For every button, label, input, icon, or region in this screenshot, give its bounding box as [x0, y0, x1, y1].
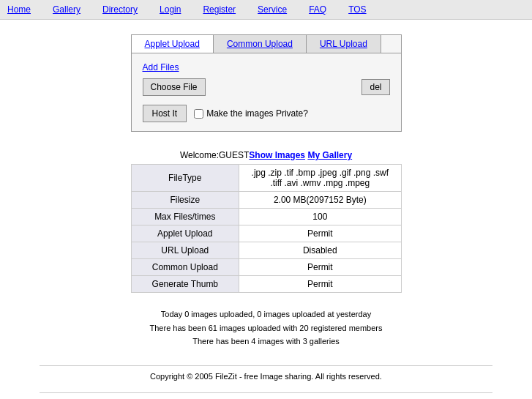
- info-table-label: Filesize: [131, 192, 239, 209]
- upload-panel: Applet Upload Common Upload URL Upload A…: [131, 34, 402, 132]
- info-table-row: Max Files/times100: [131, 209, 401, 225]
- upload-tabs: Applet Upload Common Upload URL Upload: [132, 35, 401, 53]
- tab-common-upload[interactable]: Common Upload: [214, 35, 307, 53]
- stat-line-2: There has been 61 images uploaded with 2…: [150, 321, 383, 335]
- file-input-row: Choose File del: [143, 78, 390, 96]
- nav-home[interactable]: Home: [7, 4, 31, 15]
- nav-gallery[interactable]: Gallery: [53, 4, 80, 15]
- info-table-value: Permit: [239, 259, 401, 276]
- my-gallery-link[interactable]: My Gallery: [307, 150, 352, 160]
- info-table: FileType.jpg .zip .tif .bmp .jpeg .gif .…: [131, 164, 402, 293]
- private-label[interactable]: Make the images Private?: [194, 108, 308, 119]
- info-table-row: Applet UploadPermit: [131, 225, 401, 242]
- add-files-link[interactable]: Add Files: [143, 62, 390, 72]
- info-table-value: 2.00 MB(2097152 Byte): [239, 192, 401, 209]
- footer-divider-2: [40, 392, 492, 393]
- upload-body: Add Files Choose File del Host It Make t…: [132, 53, 401, 131]
- info-table-label: Common Upload: [131, 259, 239, 276]
- nav-register[interactable]: Register: [203, 4, 236, 15]
- delete-button[interactable]: del: [361, 79, 389, 95]
- info-table-value: Permit: [239, 276, 401, 293]
- info-table-label: Generate Thumb: [131, 276, 239, 293]
- choose-file-button[interactable]: Choose File: [143, 78, 206, 96]
- info-table-label: FileType: [131, 165, 239, 192]
- footer-copyright: Copyright © 2005 FileZit - free Image sh…: [150, 372, 382, 381]
- info-table-row: URL UploadDisabled: [131, 242, 401, 259]
- info-table-value: 100: [239, 209, 401, 225]
- info-table-wrapper: Welcome:GUESTShow Images My Gallery File…: [131, 146, 402, 293]
- copyright-text: Copyright © 2005 FileZit - free Image sh…: [150, 372, 382, 381]
- info-table-label: URL Upload: [131, 242, 239, 259]
- stats-section: Today 0 images uploaded, 0 images upload…: [150, 307, 383, 348]
- stat-line-1: Today 0 images uploaded, 0 images upload…: [150, 307, 383, 321]
- stat-line-3: There has been 4 images with 3 galleries: [150, 335, 383, 348]
- host-it-button[interactable]: Host It: [143, 105, 187, 122]
- nav-tos[interactable]: TOS: [348, 4, 366, 15]
- welcome-text: Welcome:GUEST: [180, 150, 249, 160]
- host-row: Host It Make the images Private?: [143, 105, 390, 122]
- private-checkbox[interactable]: [194, 109, 203, 119]
- show-images-link[interactable]: Show Images: [249, 150, 305, 160]
- info-table-value: Permit: [239, 225, 401, 242]
- nav-directory[interactable]: Directory: [102, 4, 138, 15]
- info-table-row: Filesize2.00 MB(2097152 Byte): [131, 192, 401, 209]
- nav-faq[interactable]: FAQ: [309, 4, 326, 15]
- welcome-row: Welcome:GUESTShow Images My Gallery: [131, 146, 402, 164]
- tab-applet-upload[interactable]: Applet Upload: [132, 35, 214, 53]
- nav-login[interactable]: Login: [160, 4, 181, 15]
- private-label-text: Make the images Private?: [206, 108, 308, 119]
- info-table-row: Generate ThumbPermit: [131, 276, 401, 293]
- info-table-value: .jpg .zip .tif .bmp .jpeg .gif .png .swf…: [239, 165, 401, 192]
- info-table-value: Disabled: [239, 242, 401, 259]
- footer-divider: [40, 365, 492, 366]
- nav-service[interactable]: Service: [258, 4, 287, 15]
- info-table-row: FileType.jpg .zip .tif .bmp .jpeg .gif .…: [131, 165, 401, 192]
- info-table-label: Applet Upload: [131, 225, 239, 242]
- navigation-bar: Home Gallery Directory Login Register Se…: [0, 0, 532, 20]
- info-table-row: Common UploadPermit: [131, 259, 401, 276]
- main-content: Applet Upload Common Upload URL Upload A…: [0, 20, 532, 399]
- tab-url-upload[interactable]: URL Upload: [307, 35, 381, 53]
- info-table-label: Max Files/times: [131, 209, 239, 225]
